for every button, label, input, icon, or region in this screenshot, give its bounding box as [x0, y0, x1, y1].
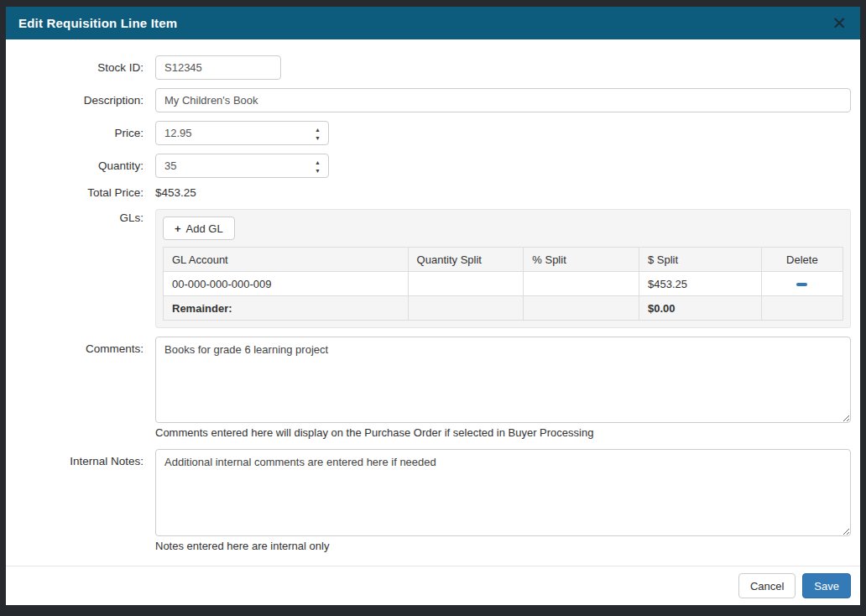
delete-row-minus-icon[interactable]	[796, 283, 807, 286]
spinner-up-icon[interactable]: ▲	[315, 126, 321, 132]
gls-row: GLs: + Add GL GL Account Q	[6, 209, 851, 328]
spinner-down-icon[interactable]: ▼	[315, 167, 321, 173]
dollar-split-header: $ Split	[639, 248, 761, 272]
remainder-label-cell: Remainder:	[164, 296, 409, 321]
comments-help-text: Comments entered here will display on th…	[155, 423, 851, 442]
total-price-label: Total Price:	[6, 186, 155, 199]
delete-header: Delete	[761, 248, 843, 272]
gl-table-header-row: GL Account Quantity Split % Split $ Spli…	[164, 248, 843, 272]
remainder-quantity-cell	[408, 296, 524, 321]
add-gl-button-label: Add GL	[186, 222, 223, 235]
remainder-dollar-cell: $0.00	[639, 296, 761, 321]
quantity-split-header: Quantity Split	[408, 248, 524, 272]
internal-notes-help-text: Notes entered here are internal only	[155, 536, 851, 556]
percent-split-header: % Split	[524, 248, 639, 272]
internal-notes-textarea[interactable]: Additional internal comments are entered…	[155, 449, 851, 536]
percent-split-cell[interactable]	[524, 272, 639, 296]
dollar-split-cell[interactable]: $453.25	[639, 272, 761, 296]
remainder-percent-cell	[524, 296, 639, 321]
price-label: Price:	[6, 121, 155, 145]
spinner-up-icon[interactable]: ▲	[315, 159, 321, 164]
gls-label: GLs:	[6, 209, 155, 328]
quantity-split-cell[interactable]	[408, 272, 524, 296]
save-button[interactable]: Save	[802, 573, 851, 598]
add-gl-button[interactable]: + Add GL	[163, 217, 235, 240]
close-icon[interactable]: ✕	[830, 14, 848, 32]
remainder-delete-cell	[761, 296, 843, 321]
modal-title: Edit Requisition Line Item	[18, 16, 177, 30]
remainder-row: Remainder: $0.00	[164, 296, 843, 321]
price-input[interactable]	[155, 121, 329, 145]
spinner-down-icon[interactable]: ▼	[315, 134, 321, 140]
quantity-input[interactable]	[155, 154, 329, 178]
quantity-row: Quantity: ▲ ▼	[6, 154, 851, 178]
gl-account-header: GL Account	[164, 248, 409, 272]
description-label: Description:	[6, 88, 155, 112]
stock-id-label: Stock ID:	[6, 55, 155, 80]
comments-row: Comments: Books for grade 6 learning pro…	[6, 337, 851, 442]
gl-table-row: 00-000-000-000-009 $453.25	[164, 272, 843, 296]
total-price-value: $453.25	[155, 186, 851, 199]
price-row: Price: ▲ ▼	[6, 121, 851, 145]
stock-id-input[interactable]	[155, 55, 281, 80]
description-input[interactable]	[155, 88, 851, 112]
modal-footer: Cancel Save	[6, 566, 860, 605]
gl-account-cell: 00-000-000-000-009	[164, 272, 409, 296]
total-price-row: Total Price: $453.25	[6, 186, 851, 199]
edit-requisition-modal: Edit Requisition Line Item ✕ Stock ID: D…	[0, 0, 866, 616]
stock-id-row: Stock ID:	[6, 55, 851, 80]
quantity-label: Quantity:	[6, 154, 155, 178]
internal-notes-row: Internal Notes: Additional internal comm…	[6, 449, 851, 556]
gl-table: GL Account Quantity Split % Split $ Spli…	[163, 247, 843, 321]
cancel-button[interactable]: Cancel	[738, 573, 796, 598]
description-row: Description:	[6, 88, 851, 112]
internal-notes-label: Internal Notes:	[6, 449, 155, 556]
modal-header: Edit Requisition Line Item ✕	[6, 7, 860, 39]
comments-textarea[interactable]: Books for grade 6 learning project	[155, 337, 851, 423]
price-spinner[interactable]: ▲ ▼	[315, 126, 321, 140]
delete-cell	[761, 272, 843, 296]
comments-label: Comments:	[6, 337, 155, 442]
gl-panel: + Add GL GL Account Quantity Split % Spl…	[155, 209, 851, 328]
modal-body: Stock ID: Description: Price: ▲ ▼	[6, 39, 860, 566]
quantity-spinner[interactable]: ▲ ▼	[315, 159, 321, 173]
plus-icon: +	[175, 222, 181, 235]
